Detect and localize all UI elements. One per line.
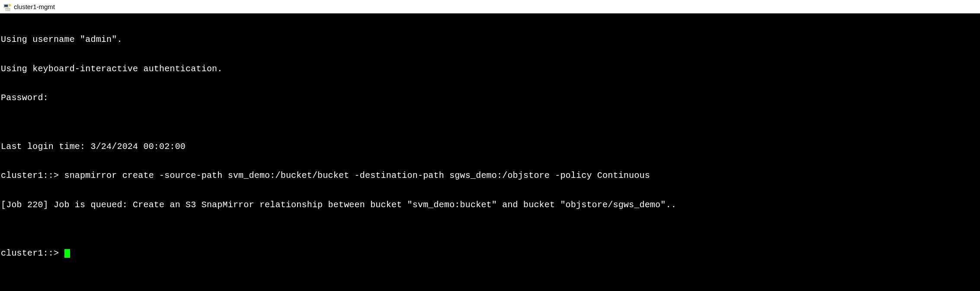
terminal-area[interactable]: Using username "admin". Using keyboard-i… — [0, 14, 980, 291]
putty-icon — [3, 3, 11, 11]
terminal-line: Last login time: 3/24/2024 00:02:00 — [1, 142, 979, 152]
terminal-prompt: cluster1::> — [1, 249, 64, 259]
window-title: cluster1-mgmt — [14, 3, 55, 10]
terminal-line: Using username "admin". — [1, 35, 979, 45]
terminal-line: Using keyboard-interactive authenticatio… — [1, 64, 979, 74]
terminal-line: Password: — [1, 93, 979, 103]
terminal-cursor — [64, 249, 70, 258]
terminal-line: cluster1::> snapmirror create -source-pa… — [1, 171, 979, 181]
terminal-line: [Job 220] Job is queued: Create an S3 Sn… — [1, 200, 979, 210]
window-title-bar[interactable]: cluster1-mgmt — [0, 0, 980, 14]
terminal-prompt-line[interactable]: cluster1::> — [1, 249, 979, 259]
svg-rect-1 — [4, 5, 8, 7]
